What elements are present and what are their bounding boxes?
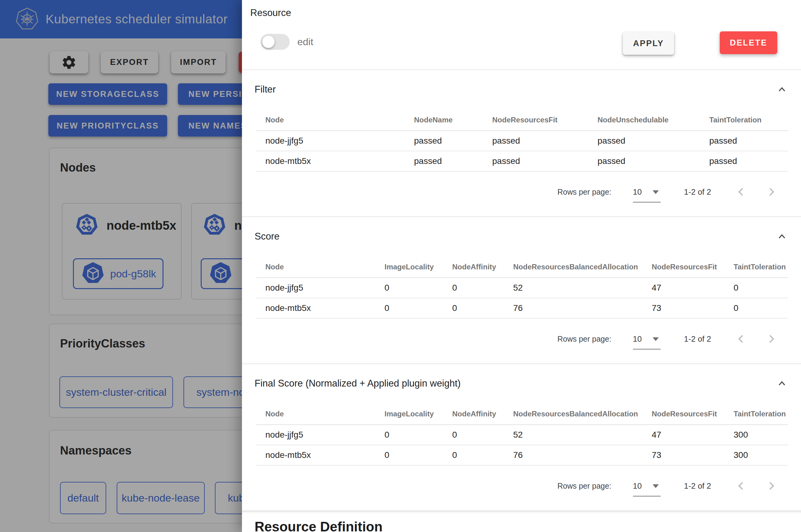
chevron-left-icon [735,186,747,198]
next-page-button[interactable] [764,185,778,199]
table-cell: 76 [513,303,652,313]
column-header: ImageLocality [384,263,452,271]
column-header: TaintToleration [733,263,788,271]
table-row[interactable]: node-jjfg5passedpassedpassedpassed [256,131,788,151]
column-header: Node [256,263,384,271]
select-underline [633,496,661,497]
chevron-right-icon [765,186,777,198]
table-cell: 52 [513,430,652,440]
table-cell: 0 [384,303,452,313]
rows-per-page-select[interactable]: 10 [633,185,661,199]
plugin-results-table: NodeImageLocalityNodeAffinityNodeResourc… [256,403,788,466]
chevron-up-icon [776,378,787,389]
rows-per-page-value: 10 [633,481,642,491]
table-pagination: Rows per page:101-2 of 2 [242,319,801,363]
resource-definition-section: Resource Definition [242,511,801,532]
table-cell: node-jjfg5 [256,430,384,440]
table-cell: 0 [733,303,788,313]
table-cell: 47 [652,283,733,293]
table-row[interactable]: node-mtb5xpassedpassedpassedpassed [256,151,788,172]
table-header-row: NodeNodeNameNodeResourcesFitNodeUnschedu… [256,110,788,131]
drawer-sections: Filter NodeNodeNameNodeResourcesFitNodeU… [242,70,801,511]
section-final: Final Score (Normalized + Applied plugin… [242,364,801,511]
table-cell: 47 [652,430,733,440]
table-pagination: Rows per page:101-2 of 2 [242,466,801,511]
column-header: ImageLocality [384,410,452,418]
table-row[interactable]: node-jjfg5005247300 [256,425,788,445]
table-row[interactable]: node-mtb5x007673300 [256,445,788,466]
section-score: Score NodeImageLocalityNodeAffinityNodeR… [242,217,801,364]
delete-button[interactable]: DELETE [720,31,777,54]
resource-definition-title: Resource Definition [255,519,801,532]
table-cell: 73 [652,303,733,313]
apply-button[interactable]: APPLY [623,32,674,55]
column-header: NodeUnschedulable [598,116,709,124]
stage: Kubernetes scheduler simulator EXPORT IM… [0,0,801,532]
chevron-up-icon [776,231,787,242]
edit-toggle[interactable] [260,34,290,50]
table-cell: 0 [452,303,513,313]
column-header: TaintToleration [733,410,788,418]
rows-per-page-select[interactable]: 10 [633,332,661,346]
page-range-text: 1-2 of 2 [684,187,711,197]
column-header: Node [256,410,384,418]
rows-per-page-value: 10 [633,334,642,344]
table-cell: passed [709,156,788,166]
drawer-title: Resource [250,7,291,18]
table-cell: 0 [452,450,513,460]
column-header: NodeResourcesBalancedAllocation [513,410,652,418]
table-cell: 300 [733,430,788,440]
table-cell: node-jjfg5 [256,136,414,146]
table-cell: node-jjfg5 [256,283,384,293]
plugin-results-table: NodeNodeNameNodeResourcesFitNodeUnschedu… [256,110,788,172]
rows-per-page-label: Rows per page: [558,481,612,491]
table-cell: node-mtb5x [256,156,414,166]
collapse-section-button[interactable] [775,230,789,243]
table-cell: passed [414,156,492,166]
collapse-section-button[interactable] [775,83,789,96]
section-filter: Filter NodeNodeNameNodeResourcesFitNodeU… [242,70,801,217]
column-header: NodeAffinity [452,410,513,418]
column-header: TaintToleration [709,116,788,124]
table-cell: passed [414,136,492,146]
column-header: NodeResourcesFit [492,116,598,124]
next-page-button[interactable] [764,479,778,493]
column-header: Node [256,116,414,124]
table-cell: 0 [384,430,452,440]
chevron-left-icon [735,480,747,492]
drawer-header: Resource edit APPLY DELETE [242,0,801,70]
previous-page-button[interactable] [734,479,748,493]
table-cell: 0 [384,450,452,460]
rows-per-page-label: Rows per page: [558,335,612,343]
previous-page-button[interactable] [734,185,748,199]
previous-page-button[interactable] [734,332,748,346]
dropdown-caret-icon [653,484,659,488]
section-header: Filter [255,81,789,98]
table-cell: passed [598,136,709,146]
page-range-text: 1-2 of 2 [684,481,711,491]
column-header: NodeResourcesFit [652,410,733,418]
table-row[interactable]: node-mtb5x0076730 [256,298,788,319]
table-cell: passed [492,156,598,166]
section-title: Score [255,231,279,242]
rows-per-page-select[interactable]: 10 [633,479,661,493]
column-header: NodeResourcesFit [652,263,733,271]
table-cell: 0 [452,283,513,293]
select-underline [633,202,661,203]
table-cell: passed [492,136,598,146]
column-header: NodeName [414,116,492,124]
chevron-right-icon [765,333,777,345]
table-cell: 0 [733,283,788,293]
table-cell: 300 [733,450,788,460]
table-row[interactable]: node-jjfg50052470 [256,278,788,298]
section-header: Final Score (Normalized + Applied plugin… [255,375,789,392]
collapse-section-button[interactable] [775,377,789,390]
next-page-button[interactable] [764,332,778,346]
table-header-row: NodeImageLocalityNodeAffinityNodeResourc… [256,256,788,278]
table-cell: node-mtb5x [256,303,384,313]
chevron-up-icon [776,84,787,95]
resource-drawer: Resource edit APPLY DELETE Filter NodeNo… [242,0,801,532]
table-cell: 73 [652,450,733,460]
dropdown-caret-icon [653,337,659,341]
section-header: Score [255,228,789,245]
